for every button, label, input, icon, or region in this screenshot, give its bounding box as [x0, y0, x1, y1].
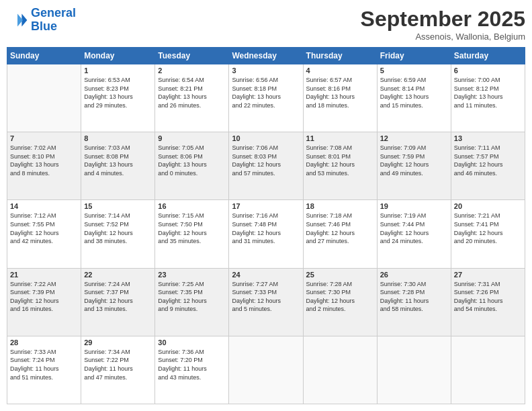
- table-row: 18Sunrise: 7:18 AMSunset: 7:46 PMDayligh…: [303, 200, 377, 268]
- day-number: 21: [10, 271, 78, 279]
- table-row: 6Sunrise: 7:00 AMSunset: 8:12 PMDaylight…: [451, 64, 525, 132]
- day-info: Sunrise: 7:03 AMSunset: 8:08 PMDaylight:…: [84, 144, 152, 177]
- day-info: Sunrise: 7:21 AMSunset: 7:41 PMDaylight:…: [454, 212, 522, 245]
- table-row: 13Sunrise: 7:11 AMSunset: 7:57 PMDayligh…: [451, 132, 525, 200]
- col-sunday: Sunday: [7, 48, 81, 64]
- day-number: 13: [454, 134, 522, 142]
- col-thursday: Thursday: [303, 48, 377, 64]
- day-number: 24: [232, 271, 300, 279]
- day-info: Sunrise: 7:36 AMSunset: 7:20 PMDaylight:…: [158, 348, 226, 381]
- day-number: 9: [158, 134, 226, 142]
- table-row: 23Sunrise: 7:25 AMSunset: 7:35 PMDayligh…: [155, 268, 229, 336]
- day-number: 15: [84, 202, 152, 210]
- day-number: 12: [380, 134, 448, 142]
- logo: General Blue: [7, 7, 76, 34]
- table-row: 4Sunrise: 6:57 AMSunset: 8:16 PMDaylight…: [303, 64, 377, 132]
- day-number: 11: [306, 134, 374, 142]
- day-number: 26: [380, 271, 448, 279]
- table-row: [229, 336, 303, 404]
- table-row: 22Sunrise: 7:24 AMSunset: 7:37 PMDayligh…: [81, 268, 155, 336]
- day-number: 23: [158, 271, 226, 279]
- day-info: Sunrise: 7:06 AMSunset: 8:03 PMDaylight:…: [232, 144, 300, 177]
- header: General Blue September 2025 Assenois, Wa…: [7, 7, 525, 42]
- table-row: 21Sunrise: 7:22 AMSunset: 7:39 PMDayligh…: [7, 268, 81, 336]
- table-row: 26Sunrise: 7:30 AMSunset: 7:28 PMDayligh…: [377, 268, 451, 336]
- calendar-week-row: 7Sunrise: 7:02 AMSunset: 8:10 PMDaylight…: [7, 132, 525, 200]
- day-number: 19: [380, 202, 448, 210]
- col-wednesday: Wednesday: [229, 48, 303, 64]
- day-info: Sunrise: 6:59 AMSunset: 8:14 PMDaylight:…: [380, 76, 448, 109]
- calendar-table: Sunday Monday Tuesday Wednesday Thursday…: [7, 47, 525, 404]
- day-info: Sunrise: 7:22 AMSunset: 7:39 PMDaylight:…: [10, 280, 78, 314]
- col-saturday: Saturday: [451, 48, 525, 64]
- month-title: September 2025: [361, 7, 525, 32]
- day-number: 22: [84, 271, 152, 279]
- logo-text: General Blue: [31, 7, 76, 34]
- day-info: Sunrise: 7:12 AMSunset: 7:55 PMDaylight:…: [10, 212, 78, 245]
- day-info: Sunrise: 7:25 AMSunset: 7:35 PMDaylight:…: [158, 280, 226, 314]
- logo-icon: [7, 9, 28, 31]
- table-row: 28Sunrise: 7:33 AMSunset: 7:24 PMDayligh…: [7, 336, 81, 404]
- day-info: Sunrise: 6:54 AMSunset: 8:21 PMDaylight:…: [158, 76, 226, 109]
- table-row: 30Sunrise: 7:36 AMSunset: 7:20 PMDayligh…: [155, 336, 229, 404]
- day-number: 2: [158, 66, 226, 75]
- table-row: 9Sunrise: 7:05 AMSunset: 8:06 PMDaylight…: [155, 132, 229, 200]
- location-subtitle: Assenois, Wallonia, Belgium: [361, 32, 525, 42]
- table-row: 3Sunrise: 6:56 AMSunset: 8:18 PMDaylight…: [229, 64, 303, 132]
- day-number: 14: [10, 202, 78, 210]
- calendar-header-row: Sunday Monday Tuesday Wednesday Thursday…: [7, 48, 525, 64]
- table-row: [303, 336, 377, 404]
- day-info: Sunrise: 6:53 AMSunset: 8:23 PMDaylight:…: [84, 76, 152, 109]
- col-friday: Friday: [377, 48, 451, 64]
- day-info: Sunrise: 6:56 AMSunset: 8:18 PMDaylight:…: [232, 76, 300, 109]
- day-number: 10: [232, 134, 300, 142]
- table-row: [7, 64, 81, 132]
- day-info: Sunrise: 7:24 AMSunset: 7:37 PMDaylight:…: [84, 280, 152, 314]
- table-row: 5Sunrise: 6:59 AMSunset: 8:14 PMDaylight…: [377, 64, 451, 132]
- table-row: 11Sunrise: 7:08 AMSunset: 8:01 PMDayligh…: [303, 132, 377, 200]
- day-info: Sunrise: 7:00 AMSunset: 8:12 PMDaylight:…: [454, 76, 522, 109]
- table-row: 25Sunrise: 7:28 AMSunset: 7:30 PMDayligh…: [303, 268, 377, 336]
- day-info: Sunrise: 7:15 AMSunset: 7:50 PMDaylight:…: [158, 212, 226, 245]
- day-info: Sunrise: 7:09 AMSunset: 7:59 PMDaylight:…: [380, 144, 448, 177]
- page: General Blue September 2025 Assenois, Wa…: [0, 0, 532, 411]
- day-number: 3: [232, 66, 300, 75]
- table-row: 29Sunrise: 7:34 AMSunset: 7:22 PMDayligh…: [81, 336, 155, 404]
- day-info: Sunrise: 7:34 AMSunset: 7:22 PMDaylight:…: [84, 348, 152, 381]
- day-info: Sunrise: 6:57 AMSunset: 8:16 PMDaylight:…: [306, 76, 374, 109]
- day-number: 1: [84, 66, 152, 75]
- day-info: Sunrise: 7:27 AMSunset: 7:33 PMDaylight:…: [232, 280, 300, 314]
- day-info: Sunrise: 7:18 AMSunset: 7:46 PMDaylight:…: [306, 212, 374, 245]
- table-row: 12Sunrise: 7:09 AMSunset: 7:59 PMDayligh…: [377, 132, 451, 200]
- table-row: 19Sunrise: 7:19 AMSunset: 7:44 PMDayligh…: [377, 200, 451, 268]
- table-row: 10Sunrise: 7:06 AMSunset: 8:03 PMDayligh…: [229, 132, 303, 200]
- calendar-week-row: 28Sunrise: 7:33 AMSunset: 7:24 PMDayligh…: [7, 336, 525, 404]
- table-row: 8Sunrise: 7:03 AMSunset: 8:08 PMDaylight…: [81, 132, 155, 200]
- table-row: 1Sunrise: 6:53 AMSunset: 8:23 PMDaylight…: [81, 64, 155, 132]
- table-row: 17Sunrise: 7:16 AMSunset: 7:48 PMDayligh…: [229, 200, 303, 268]
- col-tuesday: Tuesday: [155, 48, 229, 64]
- day-info: Sunrise: 7:11 AMSunset: 7:57 PMDaylight:…: [454, 144, 522, 177]
- day-info: Sunrise: 7:08 AMSunset: 8:01 PMDaylight:…: [306, 144, 374, 177]
- table-row: 7Sunrise: 7:02 AMSunset: 8:10 PMDaylight…: [7, 132, 81, 200]
- day-info: Sunrise: 7:16 AMSunset: 7:48 PMDaylight:…: [232, 212, 300, 245]
- day-number: 7: [10, 134, 78, 142]
- day-info: Sunrise: 7:02 AMSunset: 8:10 PMDaylight:…: [10, 144, 78, 177]
- day-number: 29: [84, 338, 152, 347]
- day-info: Sunrise: 7:28 AMSunset: 7:30 PMDaylight:…: [306, 280, 374, 314]
- table-row: 20Sunrise: 7:21 AMSunset: 7:41 PMDayligh…: [451, 200, 525, 268]
- day-info: Sunrise: 7:05 AMSunset: 8:06 PMDaylight:…: [158, 144, 226, 177]
- day-number: 30: [158, 338, 226, 347]
- day-number: 4: [306, 66, 374, 75]
- table-row: 14Sunrise: 7:12 AMSunset: 7:55 PMDayligh…: [7, 200, 81, 268]
- table-row: [451, 336, 525, 404]
- title-area: September 2025 Assenois, Wallonia, Belgi…: [361, 7, 525, 42]
- day-info: Sunrise: 7:31 AMSunset: 7:26 PMDaylight:…: [454, 280, 522, 314]
- day-info: Sunrise: 7:30 AMSunset: 7:28 PMDaylight:…: [380, 280, 448, 314]
- day-number: 25: [306, 271, 374, 279]
- day-number: 16: [158, 202, 226, 210]
- calendar-week-row: 1Sunrise: 6:53 AMSunset: 8:23 PMDaylight…: [7, 64, 525, 132]
- table-row: 27Sunrise: 7:31 AMSunset: 7:26 PMDayligh…: [451, 268, 525, 336]
- day-number: 27: [454, 271, 522, 279]
- day-info: Sunrise: 7:19 AMSunset: 7:44 PMDaylight:…: [380, 212, 448, 245]
